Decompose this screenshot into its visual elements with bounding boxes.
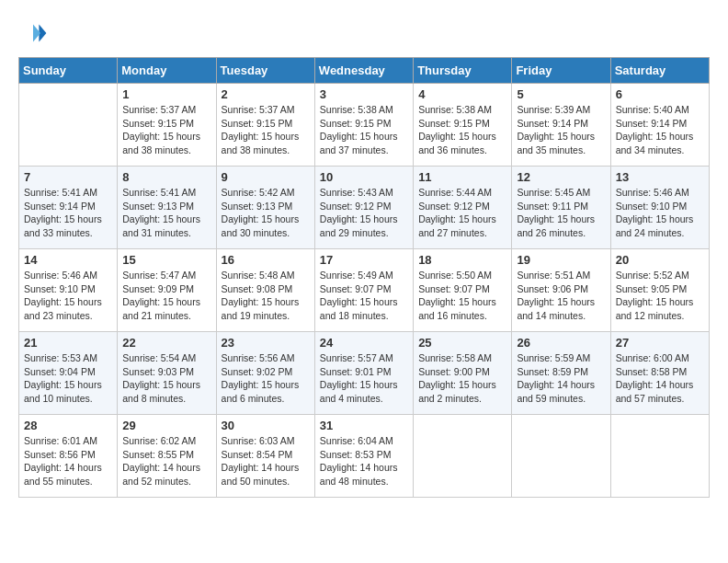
day-info: Sunrise: 5:56 AM Sunset: 9:02 PM Dayligh… — [222, 351, 310, 406]
calendar-cell: 10Sunrise: 5:43 AM Sunset: 9:12 PM Dayli… — [314, 167, 413, 249]
calendar-week-row: 7Sunrise: 5:41 AM Sunset: 9:14 PM Daylig… — [19, 167, 710, 249]
calendar-cell: 7Sunrise: 5:41 AM Sunset: 9:14 PM Daylig… — [19, 167, 118, 249]
day-info: Sunrise: 5:41 AM Sunset: 9:13 PM Dayligh… — [122, 186, 210, 240]
calendar-cell: 28Sunrise: 6:01 AM Sunset: 8:56 PM Dayli… — [19, 415, 118, 498]
day-number: 3 — [320, 87, 408, 101]
weekday-header-row: SundayMondayTuesdayWednesdayThursdayFrid… — [19, 58, 710, 84]
page-header — [18, 18, 710, 48]
day-info: Sunrise: 5:58 AM Sunset: 9:00 PM Dayligh… — [418, 351, 506, 406]
day-number: 15 — [122, 253, 210, 267]
day-info: Sunrise: 5:49 AM Sunset: 9:07 PM Dayligh… — [320, 269, 408, 323]
day-number: 4 — [418, 87, 506, 101]
day-number: 25 — [418, 336, 506, 350]
day-info: Sunrise: 5:38 AM Sunset: 9:15 PM Dayligh… — [418, 103, 506, 157]
calendar-body: 1Sunrise: 5:37 AM Sunset: 9:15 PM Daylig… — [19, 84, 710, 498]
calendar-week-row: 21Sunrise: 5:53 AM Sunset: 9:04 PM Dayli… — [19, 332, 710, 415]
calendar-cell: 14Sunrise: 5:46 AM Sunset: 9:10 PM Dayli… — [19, 249, 118, 332]
day-info: Sunrise: 5:37 AM Sunset: 9:15 PM Dayligh… — [222, 103, 310, 157]
day-number: 24 — [320, 336, 408, 350]
day-info: Sunrise: 5:45 AM Sunset: 9:11 PM Dayligh… — [517, 186, 605, 240]
calendar-cell: 3Sunrise: 5:38 AM Sunset: 9:15 PM Daylig… — [314, 84, 413, 167]
day-info: Sunrise: 5:50 AM Sunset: 9:07 PM Dayligh… — [418, 269, 506, 323]
day-info: Sunrise: 6:02 AM Sunset: 8:55 PM Dayligh… — [122, 434, 210, 488]
calendar-cell: 20Sunrise: 5:52 AM Sunset: 9:05 PM Dayli… — [610, 249, 709, 332]
day-number: 6 — [616, 87, 704, 101]
calendar-cell: 12Sunrise: 5:45 AM Sunset: 9:11 PM Dayli… — [512, 167, 610, 249]
calendar-cell: 9Sunrise: 5:42 AM Sunset: 9:13 PM Daylig… — [216, 167, 314, 249]
calendar-cell: 5Sunrise: 5:39 AM Sunset: 9:14 PM Daylig… — [512, 84, 610, 167]
calendar-cell: 24Sunrise: 5:57 AM Sunset: 9:01 PM Dayli… — [314, 332, 413, 415]
day-number: 11 — [418, 170, 506, 184]
day-info: Sunrise: 5:42 AM Sunset: 9:13 PM Dayligh… — [222, 186, 310, 240]
weekday-header-cell: Tuesday — [216, 58, 314, 84]
day-number: 12 — [517, 170, 605, 184]
day-number: 28 — [24, 419, 112, 432]
day-info: Sunrise: 5:37 AM Sunset: 9:15 PM Dayligh… — [122, 103, 210, 157]
day-number: 21 — [24, 336, 112, 350]
day-info: Sunrise: 5:59 AM Sunset: 8:59 PM Dayligh… — [517, 351, 605, 406]
day-info: Sunrise: 5:47 AM Sunset: 9:09 PM Dayligh… — [122, 269, 210, 323]
day-info: Sunrise: 5:40 AM Sunset: 9:14 PM Dayligh… — [616, 103, 704, 157]
day-number: 27 — [616, 336, 704, 350]
calendar-cell: 25Sunrise: 5:58 AM Sunset: 9:00 PM Dayli… — [414, 332, 512, 415]
day-info: Sunrise: 5:39 AM Sunset: 9:14 PM Dayligh… — [517, 103, 605, 157]
weekday-header-cell: Wednesday — [314, 58, 413, 84]
calendar-cell: 21Sunrise: 5:53 AM Sunset: 9:04 PM Dayli… — [19, 332, 118, 415]
day-number: 16 — [222, 253, 310, 267]
weekday-header-cell: Sunday — [19, 58, 118, 84]
day-number: 1 — [122, 87, 210, 101]
day-info: Sunrise: 5:51 AM Sunset: 9:06 PM Dayligh… — [517, 269, 605, 323]
calendar-cell: 15Sunrise: 5:47 AM Sunset: 9:09 PM Dayli… — [118, 249, 216, 332]
day-info: Sunrise: 6:03 AM Sunset: 8:54 PM Dayligh… — [222, 434, 310, 488]
day-info: Sunrise: 5:57 AM Sunset: 9:01 PM Dayligh… — [320, 351, 408, 406]
calendar-cell: 8Sunrise: 5:41 AM Sunset: 9:13 PM Daylig… — [118, 167, 216, 249]
calendar-cell: 2Sunrise: 5:37 AM Sunset: 9:15 PM Daylig… — [216, 84, 314, 167]
day-info: Sunrise: 6:01 AM Sunset: 8:56 PM Dayligh… — [24, 434, 112, 488]
calendar-cell: 17Sunrise: 5:49 AM Sunset: 9:07 PM Dayli… — [314, 249, 413, 332]
calendar-cell: 6Sunrise: 5:40 AM Sunset: 9:14 PM Daylig… — [610, 84, 709, 167]
day-number: 23 — [222, 336, 310, 350]
calendar-cell — [512, 415, 610, 498]
day-info: Sunrise: 5:53 AM Sunset: 9:04 PM Dayligh… — [24, 351, 112, 406]
day-info: Sunrise: 5:41 AM Sunset: 9:14 PM Dayligh… — [24, 186, 112, 240]
calendar-week-row: 1Sunrise: 5:37 AM Sunset: 9:15 PM Daylig… — [19, 84, 710, 167]
calendar-cell — [19, 84, 118, 167]
calendar-cell: 27Sunrise: 6:00 AM Sunset: 8:58 PM Dayli… — [610, 332, 709, 415]
calendar-cell: 16Sunrise: 5:48 AM Sunset: 9:08 PM Dayli… — [216, 249, 314, 332]
logo — [18, 18, 51, 48]
calendar-cell: 22Sunrise: 5:54 AM Sunset: 9:03 PM Dayli… — [118, 332, 216, 415]
calendar-week-row: 14Sunrise: 5:46 AM Sunset: 9:10 PM Dayli… — [19, 249, 710, 332]
day-number: 26 — [517, 336, 605, 350]
day-info: Sunrise: 5:48 AM Sunset: 9:08 PM Dayligh… — [222, 269, 310, 323]
day-number: 10 — [320, 170, 408, 184]
calendar-week-row: 28Sunrise: 6:01 AM Sunset: 8:56 PM Dayli… — [19, 415, 710, 498]
calendar-cell: 13Sunrise: 5:46 AM Sunset: 9:10 PM Dayli… — [610, 167, 709, 249]
calendar-cell: 1Sunrise: 5:37 AM Sunset: 9:15 PM Daylig… — [118, 84, 216, 167]
day-info: Sunrise: 5:44 AM Sunset: 9:12 PM Dayligh… — [418, 186, 506, 240]
calendar-cell: 30Sunrise: 6:03 AM Sunset: 8:54 PM Dayli… — [216, 415, 314, 498]
day-number: 17 — [320, 253, 408, 267]
day-info: Sunrise: 5:46 AM Sunset: 9:10 PM Dayligh… — [24, 269, 112, 323]
day-number: 31 — [320, 419, 408, 432]
calendar-cell: 31Sunrise: 6:04 AM Sunset: 8:53 PM Dayli… — [314, 415, 413, 498]
day-number: 8 — [122, 170, 210, 184]
calendar-cell — [610, 415, 709, 498]
day-info: Sunrise: 5:38 AM Sunset: 9:15 PM Dayligh… — [320, 103, 408, 157]
day-info: Sunrise: 5:43 AM Sunset: 9:12 PM Dayligh… — [320, 186, 408, 240]
calendar-cell: 23Sunrise: 5:56 AM Sunset: 9:02 PM Dayli… — [216, 332, 314, 415]
day-number: 30 — [222, 419, 310, 432]
weekday-header-cell: Thursday — [414, 58, 512, 84]
day-number: 18 — [418, 253, 506, 267]
day-info: Sunrise: 5:54 AM Sunset: 9:03 PM Dayligh… — [122, 351, 210, 406]
weekday-header-cell: Monday — [118, 58, 216, 84]
day-info: Sunrise: 6:00 AM Sunset: 8:58 PM Dayligh… — [616, 351, 704, 406]
calendar-cell: 29Sunrise: 6:02 AM Sunset: 8:55 PM Dayli… — [118, 415, 216, 498]
day-number: 29 — [122, 419, 210, 432]
day-info: Sunrise: 5:46 AM Sunset: 9:10 PM Dayligh… — [616, 186, 704, 240]
day-number: 14 — [24, 253, 112, 267]
logo-icon — [18, 18, 48, 48]
day-info: Sunrise: 6:04 AM Sunset: 8:53 PM Dayligh… — [320, 434, 408, 488]
weekday-header-cell: Saturday — [610, 58, 709, 84]
day-number: 19 — [517, 253, 605, 267]
calendar-cell: 18Sunrise: 5:50 AM Sunset: 9:07 PM Dayli… — [414, 249, 512, 332]
